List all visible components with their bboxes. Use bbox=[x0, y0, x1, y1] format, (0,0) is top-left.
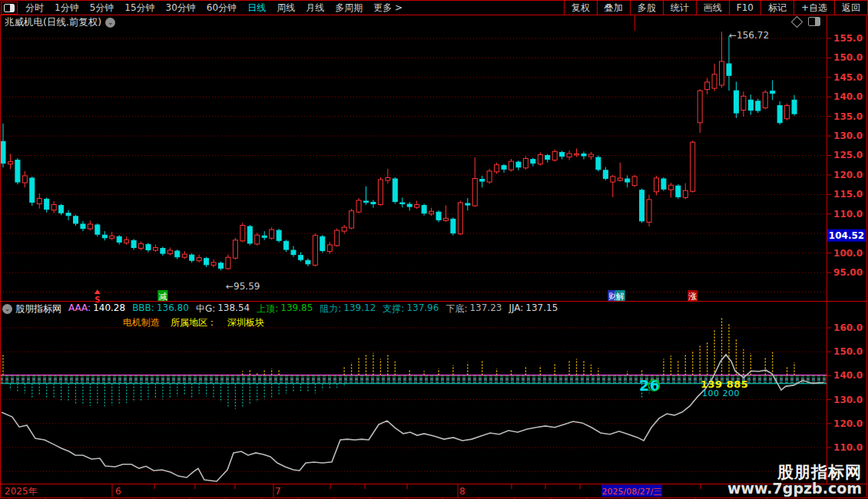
price-label-lower: 110.0 bbox=[833, 442, 863, 453]
date-label: 7 bbox=[275, 486, 281, 497]
indicator-fields: AAA:140.28BBB:136.80中G:138.54上顶:139.85阻力… bbox=[68, 302, 558, 316]
indicator-field: AAA:140.28 bbox=[68, 302, 125, 316]
indicator-field-label: BBB: bbox=[132, 302, 154, 316]
menu-item-5分钟[interactable]: 5分钟 bbox=[84, 2, 120, 14]
price-label: 95.00 bbox=[833, 267, 863, 278]
indicator-field-label: 下底: bbox=[446, 302, 467, 316]
menu-item-1分钟[interactable]: 1分钟 bbox=[49, 2, 84, 14]
price-label-lower: 120.0 bbox=[833, 418, 863, 429]
indicator-field-label: AAA: bbox=[68, 302, 91, 316]
indicator-field: BBB:136.80 bbox=[132, 302, 189, 316]
indicator-field-value: 139.12 bbox=[343, 302, 376, 316]
indicator-field: 支撑:137.96 bbox=[383, 302, 439, 316]
indicator-field-value: 138.54 bbox=[217, 302, 250, 316]
menu-item-15分钟[interactable]: 15分钟 bbox=[119, 2, 160, 14]
date-label: 6 bbox=[115, 486, 121, 497]
indicator-field-value: 137.15 bbox=[525, 302, 558, 316]
diamond-icon[interactable] bbox=[791, 15, 803, 28]
indicator-field-label: 阻力: bbox=[320, 302, 341, 316]
menu-item-返回[interactable]: 返回 bbox=[834, 1, 867, 15]
menu-item-30分钟[interactable]: 30分钟 bbox=[161, 2, 201, 14]
menu-item-周线[interactable]: 周线 bbox=[271, 2, 300, 14]
indicator-source: ⌄ 股朋指标网 bbox=[2, 302, 61, 316]
menu-item-复权[interactable]: 复权 bbox=[564, 1, 597, 15]
price-label: 100.0 bbox=[833, 248, 863, 259]
indicator-field: 下底:137.23 bbox=[446, 302, 502, 316]
pane-toggle-button[interactable] bbox=[1, 2, 18, 15]
menu-item-多周期[interactable]: 多周期 bbox=[330, 2, 368, 14]
price-label: 125.0 bbox=[833, 150, 863, 160]
price-label: 130.0 bbox=[833, 131, 863, 141]
price-label: 135.0 bbox=[833, 111, 863, 122]
indicator-field: 上顶:139.85 bbox=[257, 302, 313, 316]
price-label: 155.0 bbox=[833, 33, 863, 44]
menubar: 分时1分钟5分钟15分钟30分钟60分钟日线周线月线多周期更多 > 复权叠加多股… bbox=[0, 0, 868, 15]
menu-item-更多 >[interactable]: 更多 > bbox=[368, 2, 408, 14]
price-label: 140.0 bbox=[833, 91, 863, 102]
tools-menu: 复权叠加多股统计画线F10标记+自选返回 bbox=[564, 1, 868, 15]
indicator-field-label: 中G: bbox=[196, 302, 215, 316]
sector-label[interactable]: 所属地区： bbox=[171, 316, 217, 329]
price-label: 110.0 bbox=[833, 209, 863, 220]
indicator-field-value: 137.96 bbox=[406, 302, 439, 316]
menu-item-统计[interactable]: 统计 bbox=[663, 1, 696, 15]
indicator-field-label: 上顶: bbox=[257, 302, 278, 316]
date-year-label: 2025年 bbox=[5, 486, 38, 497]
chart-title-row: 兆威机电(日线.前复权) ⌄ bbox=[5, 16, 115, 29]
indicator-header: ⌄ 股朋指标网 AAA:140.28BBB:136.80中G:138.54上顶:… bbox=[2, 302, 558, 316]
menu-item-日线[interactable]: 日线 bbox=[242, 2, 271, 14]
sector-label[interactable]: 电机制造 bbox=[123, 316, 160, 329]
indicator-field-value: 139.85 bbox=[280, 302, 313, 316]
price-label: 115.0 bbox=[833, 189, 863, 200]
menu-item-多股[interactable]: 多股 bbox=[630, 1, 663, 15]
chart-canvas: 26◯139 885100 200←156.72←95.59S减财解涨155.0… bbox=[0, 0, 868, 499]
indicator-field: JJA:137.15 bbox=[509, 302, 558, 316]
price-label-lower: 130.0 bbox=[833, 395, 863, 405]
current-date-tag-label: 2025/08/27/三 bbox=[601, 487, 661, 497]
chart-title: 兆威机电(日线.前复权) bbox=[5, 16, 101, 29]
chevron-down-icon[interactable]: ⌄ bbox=[105, 18, 115, 28]
price-label: 150.0 bbox=[833, 52, 863, 63]
indicator-field: 阻力:139.12 bbox=[320, 302, 376, 316]
menu-item-标记[interactable]: 标记 bbox=[760, 1, 793, 15]
price-label-lower: 140.0 bbox=[833, 370, 863, 381]
watermark-brand: 股朋指标网 bbox=[727, 464, 862, 481]
menu-item-F10[interactable]: F10 bbox=[729, 1, 760, 15]
layout-split-icon-gray[interactable] bbox=[808, 17, 820, 26]
indicator-field-value: 136.80 bbox=[157, 302, 189, 316]
price-label: 145.0 bbox=[833, 72, 863, 83]
date-label: 8 bbox=[459, 486, 465, 497]
current-price-tag-label: 104.52 bbox=[829, 230, 864, 241]
menu-item-+自选[interactable]: +自选 bbox=[793, 1, 834, 15]
menu-item-分时[interactable]: 分时 bbox=[20, 2, 49, 14]
price-label: 120.0 bbox=[833, 170, 863, 180]
menu-item-叠加[interactable]: 叠加 bbox=[597, 1, 630, 15]
price-label-lower: 150.0 bbox=[833, 346, 863, 357]
app-window: 26◯139 885100 200←156.72←95.59S减财解涨155.0… bbox=[0, 0, 868, 499]
menu-item-画线[interactable]: 画线 bbox=[696, 1, 729, 15]
period-menu: 分时1分钟5分钟15分钟30分钟60分钟日线周线月线多周期更多 > bbox=[20, 1, 408, 15]
indicator-source-label: 股朋指标网 bbox=[15, 302, 61, 316]
sector-label[interactable]: 深圳板块 bbox=[227, 316, 264, 329]
indicator-field-value: 140.28 bbox=[93, 302, 125, 316]
indicator-field-label: 支撑: bbox=[383, 302, 404, 316]
chevron-down-icon[interactable]: ⌄ bbox=[2, 304, 12, 314]
watermark: 股朋指标网 www.7gpzb.com bbox=[727, 464, 862, 497]
menu-item-月线[interactable]: 月线 bbox=[300, 2, 330, 14]
corner-icons bbox=[793, 17, 820, 26]
indicator-field-value: 137.23 bbox=[469, 302, 502, 316]
menu-item-60分钟[interactable]: 60分钟 bbox=[201, 2, 242, 14]
layout-split-icon bbox=[4, 4, 15, 12]
watermark-url: www.7gpzb.com bbox=[727, 481, 862, 497]
indicator-field: 中G:138.54 bbox=[196, 302, 250, 316]
main-plot-area[interactable] bbox=[0, 31, 827, 301]
sector-row: 电机制造所属地区：深圳板块 bbox=[123, 316, 264, 329]
indicator-field-label: JJA: bbox=[509, 302, 523, 316]
price-label-lower: 160.0 bbox=[833, 322, 863, 333]
